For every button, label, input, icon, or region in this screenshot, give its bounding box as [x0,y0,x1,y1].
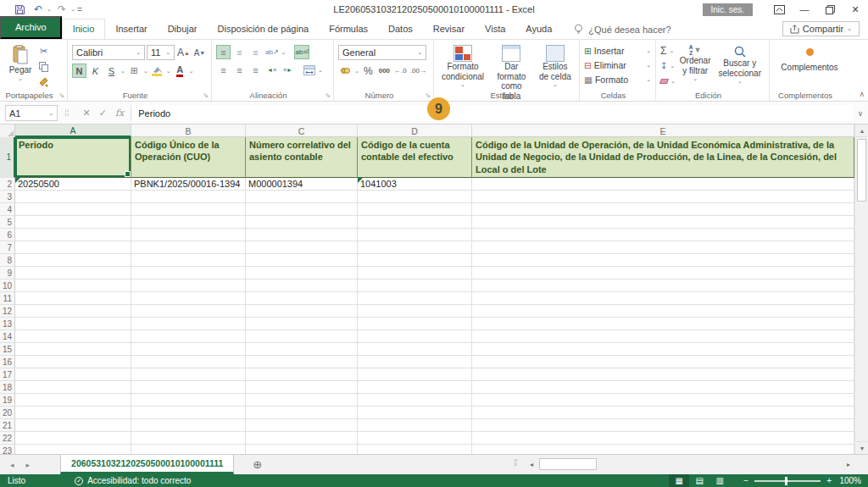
scroll-right-icon[interactable]: ▸ [843,457,854,472]
ribbon-display-options-icon[interactable] [766,0,792,19]
comma-style-icon[interactable]: 000 [377,64,392,78]
horizontal-scrollbar[interactable]: ◂ ▸ [526,457,854,472]
copy-icon[interactable] [36,59,51,74]
cell-D11[interactable] [358,292,472,305]
underline-dropdown-icon[interactable]: ⌄ [120,68,125,75]
cancel-icon[interactable]: ✕ [83,108,91,119]
row-header-2[interactable]: 2 [0,178,15,191]
cell-D13[interactable] [358,318,472,330]
cell-D23[interactable] [358,445,472,454]
scrollbar-resize-grip[interactable]: ⁞⁞ [514,458,517,468]
cell-E13[interactable] [472,318,854,330]
cell-C22[interactable] [246,432,358,445]
underline-button[interactable]: S [104,64,119,78]
tab-disposicion[interactable]: Disposición de página [208,19,320,39]
row-header-11[interactable]: 11 [0,292,15,305]
vertical-scrollbar[interactable]: ▴ ▾ [854,125,868,454]
new-sheet-icon[interactable]: ⊕ [253,455,262,474]
cell-B12[interactable] [131,305,246,318]
row-header-22[interactable]: 22 [0,432,15,445]
expand-formula-bar-icon[interactable]: ∨ [853,109,868,118]
row-header-4[interactable]: 4 [0,203,15,216]
cell-B13[interactable] [131,318,246,330]
row-header-5[interactable]: 5 [0,216,15,229]
row-header-15[interactable]: 15 [0,343,15,356]
cell-E18[interactable] [472,381,854,394]
cell-A1[interactable]: Periodo [15,137,131,178]
font-color-icon[interactable]: A [173,64,187,78]
cell-E15[interactable] [472,343,854,356]
cell-C11[interactable] [246,292,358,305]
formula-input[interactable]: Periodo [133,105,853,121]
vertical-scrollbar-thumb[interactable] [857,139,866,202]
borders-dropdown-icon[interactable]: ⌄ [143,68,148,75]
fill-color-dropdown-icon[interactable]: ⌄ [166,68,171,75]
delete-cells-button[interactable]: ⊟ Eliminar ⌄ [584,58,651,72]
row-header-19[interactable]: 19 [0,394,15,407]
cell-D4[interactable] [358,203,472,216]
column-header-E[interactable]: E [472,125,854,137]
cell-D15[interactable] [358,343,472,356]
cell-E20[interactable] [472,407,854,419]
merge-dropdown-icon[interactable]: ⌄ [318,67,323,74]
cell-B19[interactable] [131,394,246,407]
percent-style-icon[interactable]: % [361,64,376,78]
cell-B2[interactable]: PBNK1/2025/00016-1394 [131,178,246,191]
cell-D16[interactable] [358,356,472,368]
cell-D8[interactable] [358,254,472,267]
column-header-D[interactable]: D [358,125,472,137]
cell-E8[interactable] [472,254,854,267]
accounting-format-icon[interactable] [338,64,353,78]
zoom-out-icon[interactable]: − [743,476,748,485]
insert-function-icon[interactable]: fx [115,108,124,119]
clear-button[interactable]: ⌄ [660,74,676,88]
align-bottom-icon[interactable]: ≡ [248,45,263,59]
cell-A13[interactable] [15,318,131,330]
cell-D18[interactable] [358,381,472,394]
cell-A2[interactable]: 20250500 [15,178,131,191]
enter-icon[interactable]: ✓ [99,108,107,119]
cell-D3[interactable] [358,191,472,203]
tab-formulas[interactable]: Fórmulas [319,19,378,39]
cell-E1[interactable]: Código de la Unidad de Operación, de la … [472,137,854,178]
column-header-B[interactable]: B [131,125,246,137]
cell-C16[interactable] [246,356,358,368]
cell-E17[interactable] [472,368,854,381]
row-header-12[interactable]: 12 [0,305,15,318]
grow-font-icon[interactable]: A▲ [176,46,191,60]
cell-D5[interactable] [358,216,472,229]
font-color-dropdown-icon[interactable]: ⌄ [189,68,194,75]
collapse-ribbon-icon[interactable]: ∧ [859,90,865,98]
cell-D20[interactable] [358,407,472,419]
redo-icon[interactable]: ↷ [55,3,69,15]
row-header-18[interactable]: 18 [0,381,15,394]
zoom-slider-thumb[interactable] [785,477,787,485]
row-header-14[interactable]: 14 [0,330,15,343]
decrease-decimal-icon[interactable]: .00→ [409,64,427,78]
cell-C7[interactable] [246,241,358,254]
cell-E2[interactable] [472,178,854,191]
cell-B4[interactable] [131,203,246,216]
cell-B1[interactable]: Código Único de la Operación (CUO) [131,137,246,178]
row-header-7[interactable]: 7 [0,241,15,254]
minimize-button[interactable]: — [792,0,817,19]
merge-center-icon[interactable] [302,63,316,77]
next-sheet-icon[interactable]: ▸ [26,461,31,469]
row-header-10[interactable]: 10 [0,279,15,292]
page-break-view-icon[interactable]: ▥ [709,474,730,487]
row-header-1[interactable]: 1 [0,137,15,178]
row-header-21[interactable]: 21 [0,419,15,432]
fill-color-icon[interactable] [150,64,164,78]
horizontal-scrollbar-thumb[interactable] [539,458,597,470]
cell-B18[interactable] [131,381,246,394]
zoom-in-icon[interactable]: + [826,476,832,485]
close-button[interactable]: ✕ [843,0,868,19]
paste-button[interactable]: Pegar ⌄ [4,43,36,89]
cell-B15[interactable] [131,343,246,356]
cell-B20[interactable] [131,407,246,419]
cell-A17[interactable] [15,368,131,381]
cell-E14[interactable] [472,330,854,343]
clipboard-dialog-launcher-icon[interactable]: ⇘ [58,91,64,99]
cell-E9[interactable] [472,267,854,279]
cell-E6[interactable] [472,229,854,241]
